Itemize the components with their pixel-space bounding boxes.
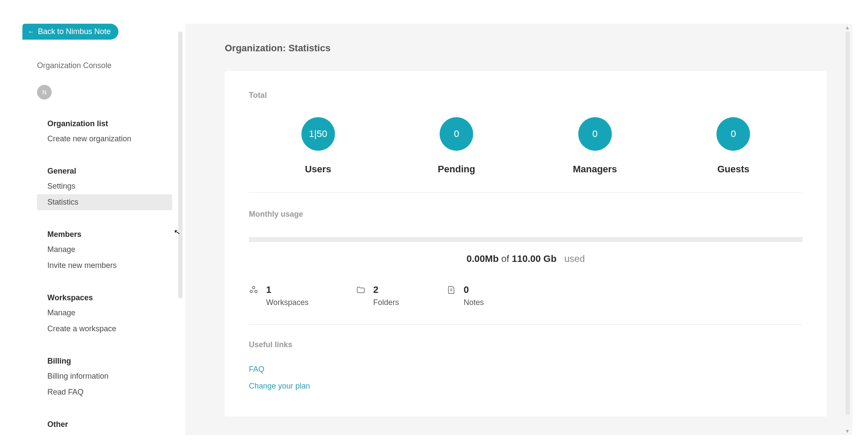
statistics-card: Total 1|50 Users 0 Pending 0 Managers bbox=[225, 71, 827, 417]
stat-guests: 0 Guests bbox=[690, 117, 776, 175]
section-header-other: Other bbox=[37, 417, 172, 432]
usage-used-value: 0.00Mb bbox=[467, 253, 499, 264]
app-frame: ▲ ▼ ▲ ▼ ← Back to Nimbus Note Organizati… bbox=[22, 24, 852, 435]
note-icon bbox=[446, 285, 456, 296]
sidebar-item-settings[interactable]: Settings bbox=[37, 178, 172, 194]
stat-guests-value: 0 bbox=[731, 128, 736, 140]
sidebar-item-read-faq[interactable]: Read FAQ bbox=[37, 384, 172, 400]
section-header-members: Members bbox=[37, 227, 172, 242]
sidebar-item-statistics[interactable]: Statistics bbox=[37, 194, 172, 210]
svg-point-0 bbox=[252, 286, 255, 289]
main-content: Organization: Statistics Total 1|50 User… bbox=[185, 24, 852, 435]
usage-label: Monthly usage bbox=[249, 210, 803, 219]
back-button[interactable]: ← Back to Nimbus Note bbox=[22, 24, 118, 40]
count-folders: 2 Folders bbox=[356, 284, 399, 307]
avatar-letter: N bbox=[42, 89, 46, 96]
section-header-organization-list: Organization list bbox=[37, 117, 172, 131]
count-notes-label: Notes bbox=[464, 298, 484, 307]
link-change-plan[interactable]: Change your plan bbox=[249, 382, 803, 391]
stat-managers-value: 0 bbox=[592, 128, 598, 140]
count-notes-value: 0 bbox=[464, 284, 484, 296]
stat-pending: 0 Pending bbox=[413, 117, 499, 175]
stat-users-label: Users bbox=[305, 164, 331, 175]
stat-users: 1|50 Users bbox=[275, 117, 361, 175]
sidebar-item-members-manage[interactable]: Manage bbox=[37, 242, 172, 258]
links-label: Useful links bbox=[249, 340, 803, 349]
usage-used-word: used bbox=[564, 253, 585, 264]
total-label: Total bbox=[249, 91, 803, 100]
count-folders-label: Folders bbox=[373, 298, 399, 307]
stat-managers-label: Managers bbox=[573, 164, 617, 175]
count-workspaces-value: 1 bbox=[266, 284, 309, 296]
workspaces-icon bbox=[249, 285, 258, 296]
stat-pending-circle: 0 bbox=[440, 117, 473, 151]
stat-managers: 0 Managers bbox=[552, 117, 638, 175]
sidebar-item-workspaces-manage[interactable]: Manage bbox=[37, 305, 172, 321]
sidebar-item-create-organization[interactable]: Create new organization bbox=[37, 131, 172, 147]
stat-pending-label: Pending bbox=[438, 164, 475, 175]
usage-section: Monthly usage 0.00Mb of 110.00 Gb used 1 bbox=[249, 210, 803, 325]
count-workspaces-label: Workspaces bbox=[266, 298, 309, 307]
link-faq[interactable]: FAQ bbox=[249, 365, 803, 374]
stat-pending-value: 0 bbox=[454, 128, 459, 140]
avatar[interactable]: N bbox=[37, 85, 52, 100]
usage-of: of bbox=[501, 253, 509, 264]
usage-text: 0.00Mb of 110.00 Gb used bbox=[249, 253, 803, 264]
stat-managers-circle: 0 bbox=[578, 117, 612, 151]
folder-icon bbox=[356, 285, 366, 296]
section-header-general: General bbox=[37, 164, 172, 178]
total-section: Total 1|50 Users 0 Pending 0 Managers bbox=[249, 91, 803, 193]
links-section: Useful links FAQ Change your plan bbox=[249, 340, 803, 391]
section-header-billing: Billing bbox=[37, 354, 172, 368]
console-label: Organization Console bbox=[37, 61, 172, 70]
main-scrollbar[interactable] bbox=[846, 31, 850, 415]
stat-users-value: 1|50 bbox=[309, 128, 327, 140]
count-workspaces: 1 Workspaces bbox=[249, 284, 309, 307]
sidebar-item-create-workspace[interactable]: Create a workspace bbox=[37, 321, 172, 337]
sidebar-item-billing-info[interactable]: Billing information bbox=[37, 368, 172, 384]
sidebar-scrollbar[interactable] bbox=[178, 31, 183, 299]
count-notes: 0 Notes bbox=[446, 284, 484, 307]
section-header-workspaces: Workspaces bbox=[37, 291, 172, 305]
usage-total-value: 110.00 Gb bbox=[512, 253, 557, 264]
sidebar: ← Back to Nimbus Note Organization Conso… bbox=[22, 24, 185, 435]
svg-point-1 bbox=[250, 290, 253, 293]
stat-guests-circle: 0 bbox=[716, 117, 750, 151]
back-button-label: Back to Nimbus Note bbox=[38, 27, 111, 36]
svg-point-2 bbox=[255, 290, 257, 293]
arrow-left-icon: ← bbox=[28, 28, 34, 36]
count-folders-value: 2 bbox=[373, 284, 399, 296]
sidebar-item-invite-members[interactable]: Invite new members bbox=[37, 258, 172, 274]
stat-guests-label: Guests bbox=[717, 164, 750, 175]
page-title: Organization: Statistics bbox=[225, 43, 827, 54]
usage-progress-bar bbox=[249, 237, 803, 242]
stat-users-circle: 1|50 bbox=[301, 117, 335, 151]
